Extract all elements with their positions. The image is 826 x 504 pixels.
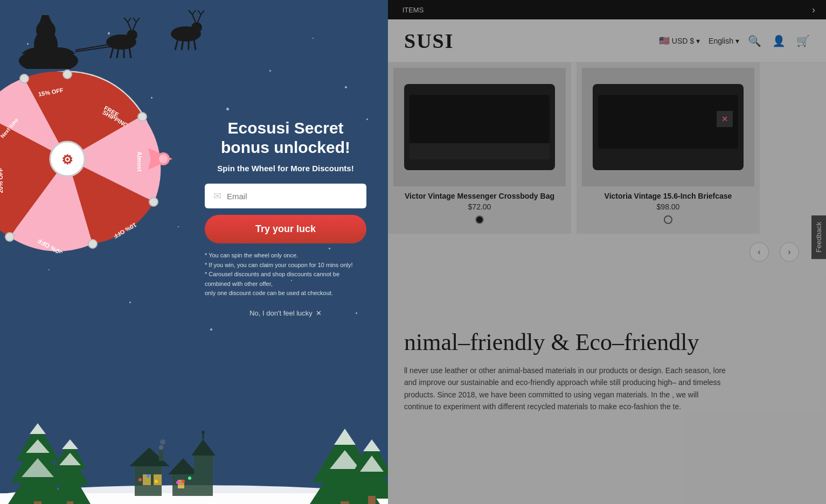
product-card-2[interactable]: ✕ Victoria Vintage 15.6-Inch Briefcase $… <box>577 62 760 234</box>
header-right: 🇺🇸 USD $ ▾ English ▾ 🔍 👤 🛒 <box>659 34 810 47</box>
product-image-1 <box>393 68 566 186</box>
currency-selector[interactable]: 🇺🇸 USD $ ▾ <box>659 36 700 46</box>
svg-rect-77 <box>67 501 73 504</box>
product-name-1: Victor Vintage Messenger Crossbody Bag <box>393 192 566 200</box>
svg-marker-61 <box>168 458 198 474</box>
svg-point-42 <box>88 240 97 248</box>
svg-point-95 <box>176 481 179 484</box>
product-color-2 <box>664 215 672 224</box>
language-selector[interactable]: English ▾ <box>709 37 739 45</box>
svg-line-8 <box>128 22 131 30</box>
svg-point-91 <box>147 474 150 478</box>
no-thanks-text: No, I don't feel lucky <box>249 309 313 317</box>
svg-point-66 <box>202 431 205 434</box>
disclaimer-line-2: * If you win, you can claim your coupon … <box>205 261 366 270</box>
popup-title: Ecosusi Secret bonus unlocked! <box>205 118 366 157</box>
svg-line-9 <box>124 18 128 22</box>
snow-particle <box>345 86 347 88</box>
svg-rect-57 <box>159 450 163 461</box>
svg-point-45 <box>20 74 29 83</box>
svg-point-93 <box>182 480 185 483</box>
spin-wheel-container[interactable]: FREE SHIPPING Almost 10% OFF 50% OFF 20%… <box>0 65 162 255</box>
product-price-2: $98.00 <box>582 202 754 211</box>
email-input[interactable] <box>227 192 358 201</box>
next-arrow[interactable]: › <box>780 242 799 262</box>
svg-text:Almost: Almost <box>136 151 143 172</box>
account-icon[interactable]: 👤 <box>772 34 786 47</box>
email-input-wrapper[interactable]: ✉ <box>205 184 366 208</box>
eco-text: ll never use leather or other animal-bas… <box>404 365 727 413</box>
svg-point-94 <box>188 477 191 480</box>
svg-point-39 <box>63 70 72 79</box>
snow-particle <box>129 302 131 303</box>
svg-line-17 <box>129 47 131 58</box>
product-price-1: $72.00 <box>393 202 566 211</box>
christmas-scenery <box>0 396 388 504</box>
disclaimer-line-1: * You can spin the wheel only once. <box>205 251 366 261</box>
santa-silhouette <box>0 4 226 71</box>
svg-point-43 <box>5 233 14 241</box>
svg-line-24 <box>198 10 201 15</box>
snow-particle <box>269 70 271 72</box>
snow-particle <box>48 269 50 270</box>
flag-icon: 🇺🇸 <box>659 36 670 46</box>
svg-marker-54 <box>129 447 170 466</box>
announcement-arrow: › <box>812 4 815 16</box>
snow-particle <box>313 38 314 39</box>
svg-text:⚙: ⚙ <box>61 153 73 167</box>
feedback-label: Feedback <box>815 222 823 253</box>
eco-title: nimal–friendly & Eco–friendly <box>404 328 810 356</box>
svg-line-12 <box>133 18 136 22</box>
svg-line-10 <box>128 18 131 22</box>
product-image-2: ✕ <box>582 68 754 186</box>
svg-point-41 <box>149 198 158 206</box>
no-thanks-link[interactable]: No, I don't feel lucky ✕ <box>205 309 366 317</box>
search-icon[interactable]: 🔍 <box>748 34 761 47</box>
products-area: Victor Vintage Messenger Crossbody Bag $… <box>388 62 826 234</box>
svg-marker-88 <box>363 439 380 451</box>
cart-icon[interactable]: 🛒 <box>796 34 810 47</box>
product-shape-2: ✕ <box>593 84 744 170</box>
no-thanks-x: ✕ <box>316 309 322 317</box>
product-name-2: Victoria Vintage 15.6-Inch Briefcase <box>582 192 754 200</box>
product-card-1[interactable]: Victor Vintage Messenger Crossbody Bag $… <box>388 62 571 234</box>
language-label: English <box>709 37 733 45</box>
language-chevron: ▾ <box>735 37 739 45</box>
feedback-button[interactable]: Feedback <box>811 215 826 259</box>
disclaimer-text: * You can spin the wheel only once. * If… <box>205 251 366 298</box>
svg-line-25 <box>201 10 204 15</box>
svg-line-14 <box>110 47 113 58</box>
svg-line-29 <box>194 39 196 50</box>
currency-label: USD $ <box>672 37 694 45</box>
svg-point-7 <box>127 30 137 40</box>
popup-subtitle: Spin the Wheel for More Discounts! <box>205 164 366 173</box>
svg-marker-78 <box>62 439 78 449</box>
svg-rect-70 <box>34 501 41 504</box>
svg-line-20 <box>192 15 196 22</box>
svg-point-19 <box>191 22 202 33</box>
prev-arrow[interactable]: ‹ <box>749 242 769 262</box>
snow-particle <box>210 328 212 331</box>
site-header: SUSI 🇺🇸 USD $ ▾ English ▾ 🔍 👤 🛒 <box>388 19 826 62</box>
svg-line-21 <box>189 10 192 15</box>
svg-marker-3 <box>39 15 53 25</box>
email-icon: ✉ <box>213 190 221 202</box>
announcement-text: ITEMS <box>402 6 424 14</box>
product-color-1 <box>475 215 484 224</box>
svg-marker-64 <box>191 439 216 456</box>
svg-point-90 <box>138 478 142 481</box>
site-logo[interactable]: SUSI <box>404 29 454 53</box>
svg-line-13 <box>136 18 140 22</box>
currency-chevron: ▾ <box>696 37 700 45</box>
svg-point-58 <box>159 445 163 450</box>
svg-line-26 <box>175 39 178 50</box>
try-luck-button[interactable]: Try your luck <box>205 215 366 243</box>
product-shape-1 <box>404 84 555 170</box>
disclaimer-line-3: * Carousel discounts and shop discounts … <box>205 270 366 289</box>
wheel-pointer <box>143 148 172 172</box>
svg-line-23 <box>198 15 201 22</box>
svg-point-92 <box>155 480 158 483</box>
svg-marker-83 <box>334 429 356 445</box>
svg-rect-56 <box>154 474 162 485</box>
popup-overlay: FREE SHIPPING Almost 10% OFF 50% OFF 20%… <box>0 0 388 504</box>
